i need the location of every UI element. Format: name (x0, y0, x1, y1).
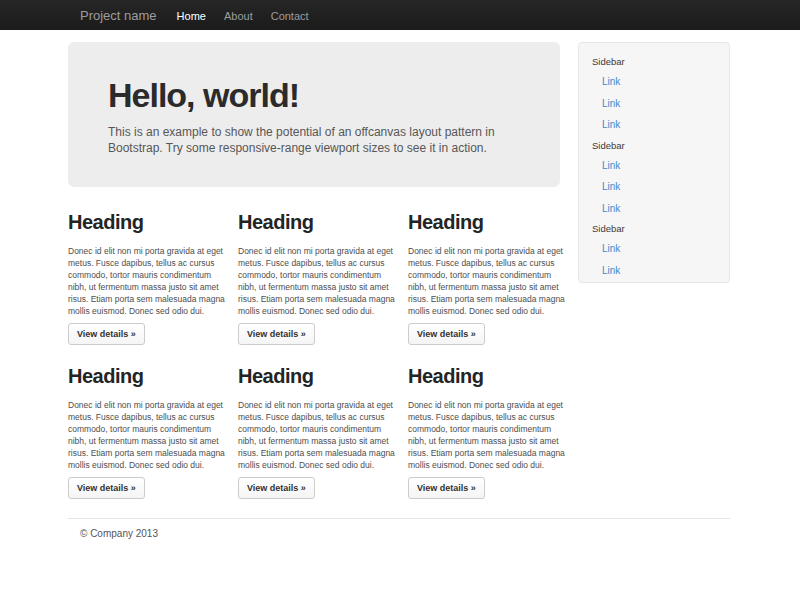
view-details-button[interactable]: View details » (238, 323, 315, 345)
cards-row-2: Heading Donec id elit non mi porta gravi… (68, 365, 565, 499)
view-details-button[interactable]: View details » (238, 477, 315, 499)
sidebar-link[interactable]: Link (592, 114, 721, 136)
content-card: Heading Donec id elit non mi porta gravi… (408, 365, 565, 499)
copyright-text: © Company 2013 (80, 528, 158, 539)
sidebar-group-title: Sidebar (592, 219, 721, 238)
content-card: Heading Donec id elit non mi porta gravi… (238, 211, 395, 345)
content-card: Heading Donec id elit non mi porta gravi… (68, 211, 225, 345)
card-heading: Heading (408, 211, 565, 234)
card-heading: Heading (68, 211, 225, 234)
card-heading: Heading (238, 211, 395, 234)
hero-description: This is an example to show the potential… (108, 124, 520, 156)
card-body-text: Donec id elit non mi porta gravida at eg… (68, 399, 225, 472)
card-body-text: Donec id elit non mi porta gravida at eg… (408, 399, 565, 472)
navbar: Project name Home About Contact (0, 0, 800, 30)
sidebar-group: Sidebar Link Link Link (592, 52, 721, 136)
sidebar-link[interactable]: Link (592, 71, 721, 93)
card-heading: Heading (68, 365, 225, 388)
sidebar: Sidebar Link Link Link Sidebar Link Link… (578, 42, 730, 283)
sidebar-group-title: Sidebar (592, 52, 721, 71)
cards-row-1: Heading Donec id elit non mi porta gravi… (68, 211, 565, 345)
footer-divider (68, 518, 730, 519)
sidebar-link[interactable]: Link (592, 155, 721, 177)
sidebar-link[interactable]: Link (592, 238, 721, 260)
sidebar-group-title: Sidebar (592, 136, 721, 155)
view-details-button[interactable]: View details » (408, 477, 485, 499)
content-card: Heading Donec id elit non mi porta gravi… (408, 211, 565, 345)
card-body-text: Donec id elit non mi porta gravida at eg… (238, 399, 395, 472)
jumbotron: Hello, world! This is an example to show… (68, 42, 560, 187)
card-heading: Heading (408, 365, 565, 388)
sidebar-group: Sidebar Link Link Link (592, 136, 721, 220)
content-card: Heading Donec id elit non mi porta gravi… (238, 365, 395, 499)
sidebar-link[interactable]: Link (592, 198, 721, 220)
sidebar-group: Sidebar Link Link (592, 219, 721, 281)
sidebar-link[interactable]: Link (592, 260, 721, 282)
sidebar-link[interactable]: Link (592, 93, 721, 115)
sidebar-link[interactable]: Link (592, 176, 721, 198)
card-body-text: Donec id elit non mi porta gravida at eg… (238, 245, 395, 318)
card-body-text: Donec id elit non mi porta gravida at eg… (408, 245, 565, 318)
card-body-text: Donec id elit non mi porta gravida at eg… (68, 245, 225, 318)
view-details-button[interactable]: View details » (68, 323, 145, 345)
view-details-button[interactable]: View details » (68, 477, 145, 499)
view-details-button[interactable]: View details » (408, 323, 485, 345)
hero-title: Hello, world! (108, 76, 520, 114)
content-card: Heading Donec id elit non mi porta gravi… (68, 365, 225, 499)
brand-link[interactable]: Project name (80, 0, 157, 30)
card-heading: Heading (238, 365, 395, 388)
